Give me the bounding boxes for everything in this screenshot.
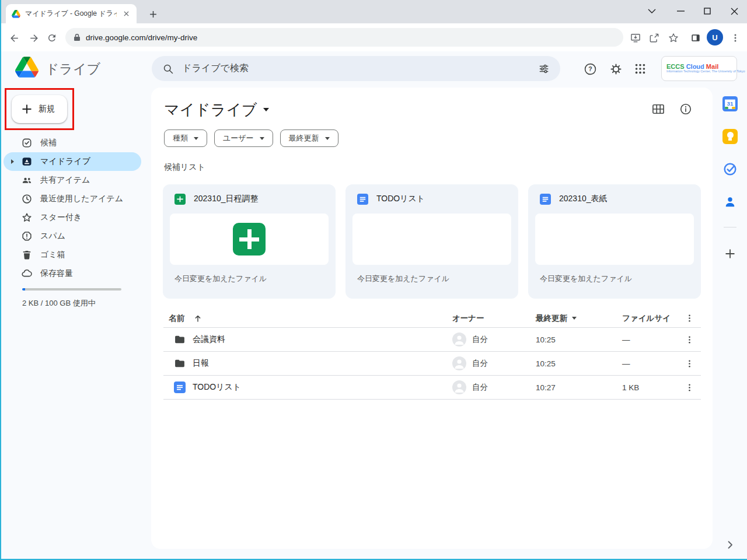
sort-ascending-icon[interactable] (194, 309, 202, 327)
contacts-icon[interactable] (722, 194, 738, 210)
chevron-down-icon (263, 108, 269, 111)
window-minimize-button[interactable] (672, 2, 689, 20)
settings-gear-icon[interactable] (608, 61, 623, 76)
row-options-kebab-icon[interactable] (682, 328, 697, 351)
url-bar[interactable]: drive.google.com/drive/my-drive (65, 28, 623, 47)
tab-close-icon[interactable] (121, 9, 131, 19)
document-icon (357, 194, 368, 205)
filter-chip-modified[interactable]: 最終更新 (280, 130, 338, 147)
sidebar-item-recent[interactable]: 最近使用したアイテム (4, 190, 141, 208)
cloud-icon (21, 268, 33, 279)
show-side-panel-chevron-icon[interactable] (722, 537, 738, 553)
window-close-button[interactable] (725, 2, 743, 20)
sidebar-item-suggestions[interactable]: 候補 (4, 134, 141, 152)
table-header-row: 名前 オーナー 最終更新 ファイルサイ (163, 309, 701, 328)
trash-icon (21, 249, 33, 261)
annotation-highlight-box (5, 88, 74, 130)
approval-check-icon (21, 137, 33, 149)
sidebar-item-trash[interactable]: ゴミ箱 (4, 246, 141, 264)
filter-chip-people[interactable]: ユーザー (214, 130, 273, 147)
svg-text:?: ? (588, 65, 592, 72)
document-icon (174, 376, 186, 399)
spam-icon (21, 230, 33, 242)
help-icon[interactable]: ? (582, 61, 598, 76)
column-header-owner[interactable]: オーナー (452, 309, 484, 327)
browser-menu-kebab-icon[interactable] (728, 30, 743, 46)
people-icon (21, 174, 33, 186)
sidebar-nav: 候補 マイドライブ 共有アイテム 最近使用したアイテム スター付き (4, 134, 141, 283)
modified-time: 10:25 (536, 328, 556, 351)
table-row[interactable]: 日報 自分 10:25 — (163, 352, 701, 376)
expand-arrow-icon[interactable] (11, 159, 14, 164)
suggestion-card[interactable]: TODOリスト 今日変更を加えたファイル (345, 184, 518, 299)
chevron-down-icon (260, 137, 264, 140)
sidebar-item-storage[interactable]: 保存容量 (4, 264, 141, 283)
owner-name: 自分 (472, 352, 488, 375)
install-app-icon[interactable] (628, 30, 643, 46)
divider (724, 227, 736, 228)
drive-logo[interactable] (15, 57, 39, 80)
owner-avatar (452, 352, 466, 375)
filter-chips: 種類 ユーザー 最終更新 (164, 130, 338, 147)
row-options-kebab-icon[interactable] (682, 376, 697, 399)
browser-window: マイドライブ - Google ドライブ drive.google.com/dr… (0, 0, 747, 560)
table-row[interactable]: 会議資料 自分 10:25 — (163, 328, 701, 352)
column-header-modified[interactable]: 最終更新 (536, 309, 577, 327)
tasks-icon[interactable] (722, 161, 738, 177)
column-header-size[interactable]: ファイルサイ (622, 309, 671, 327)
window-menu-chevron-icon[interactable] (643, 2, 661, 20)
filter-chip-type[interactable]: 種類 (164, 130, 207, 147)
eccs-brand-logo: ECCS Cloud Mail Information Technology C… (666, 64, 745, 74)
grid-view-toggle-icon[interactable] (651, 102, 666, 117)
column-header-name[interactable]: 名前 (169, 309, 184, 327)
bookmark-star-icon[interactable] (666, 30, 681, 46)
search-options-tune-icon[interactable] (538, 63, 550, 75)
side-panel-icon[interactable] (688, 30, 703, 46)
file-name: 日報 (193, 352, 209, 375)
keep-icon[interactable] (722, 128, 738, 145)
folder-icon (174, 328, 186, 351)
chevron-down-icon (194, 137, 198, 140)
share-icon[interactable] (647, 30, 662, 46)
table-row[interactable]: TODOリスト 自分 10:27 1 KB (163, 376, 701, 400)
drive-favicon-icon (12, 10, 20, 18)
card-reason: 今日変更を加えたファイル (345, 265, 518, 284)
owner-avatar (452, 328, 466, 351)
reload-button[interactable] (44, 30, 60, 46)
tab-title: マイドライブ - Google ドライブ (25, 9, 117, 19)
file-table: 名前 オーナー 最終更新 ファイルサイ 会議資料 (163, 309, 701, 400)
modified-time: 10:27 (536, 376, 556, 399)
window-maximize-button[interactable] (699, 2, 716, 20)
apps-grid-icon[interactable] (633, 61, 648, 76)
sidebar-item-spam[interactable]: スパム (4, 227, 141, 246)
my-drive-icon (21, 156, 33, 167)
browser-profile-avatar[interactable]: U (707, 29, 723, 46)
file-name: 会議資料 (193, 328, 225, 351)
forward-button[interactable] (26, 30, 41, 46)
file-size: 1 KB (622, 376, 639, 399)
spreadsheet-icon (174, 194, 186, 205)
owner-avatar (452, 376, 466, 399)
back-button[interactable] (6, 30, 22, 46)
page-title-dropdown[interactable]: マイドライブ (164, 100, 269, 119)
browser-tab[interactable]: マイドライブ - Google ドライブ (6, 4, 137, 23)
owner-name: 自分 (472, 376, 488, 399)
owner-name: 自分 (472, 328, 488, 351)
suggestion-card[interactable]: 202310_表紙 今日変更を加えたファイル (528, 184, 701, 299)
suggestion-card[interactable]: 202310_日程調整 今日変更を加えたファイル (163, 184, 336, 299)
search-input[interactable]: ドライブで検索 (152, 56, 560, 81)
window-border-left (0, 0, 1, 560)
sidebar-item-my-drive[interactable]: マイドライブ (4, 152, 141, 171)
calendar-icon[interactable]: 31 (722, 96, 738, 112)
main-panel: マイドライブ 種類 ユーザー 最終更新 候補リスト (151, 88, 713, 549)
sidebar-item-starred[interactable]: スター付き (4, 208, 141, 227)
new-tab-button[interactable] (146, 7, 160, 21)
add-addons-plus-icon[interactable] (722, 246, 738, 262)
account-badge[interactable]: ECCS Cloud Mail Information Technology C… (661, 56, 737, 81)
sidebar-item-shared[interactable]: 共有アイテム (4, 171, 141, 190)
app-name: ドライブ (46, 60, 100, 78)
table-options-kebab-icon[interactable] (682, 309, 697, 327)
chevron-down-icon (325, 137, 330, 140)
info-icon[interactable] (678, 102, 693, 117)
row-options-kebab-icon[interactable] (682, 352, 697, 375)
